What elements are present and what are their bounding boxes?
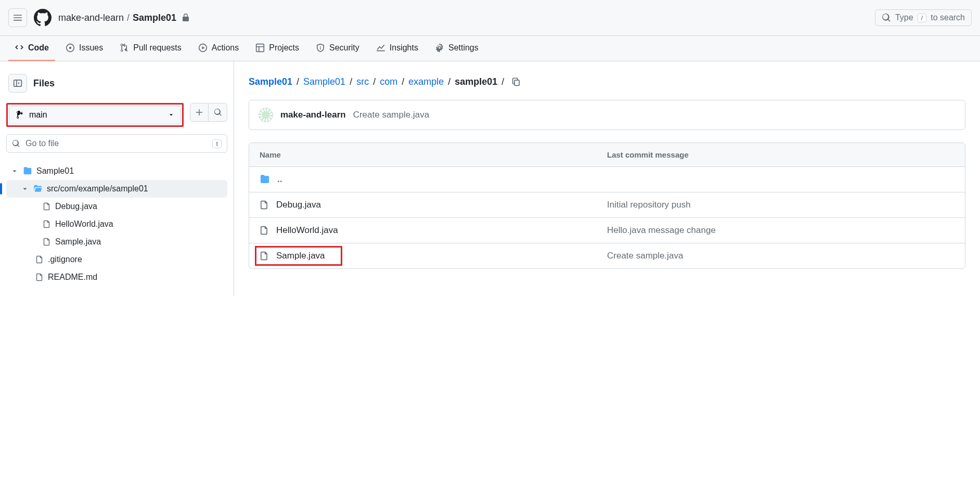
projects-icon xyxy=(255,43,265,53)
file-icon xyxy=(43,220,51,228)
search-button[interactable]: Type / to search xyxy=(875,9,972,26)
crumb-link[interactable]: example xyxy=(408,76,444,87)
tab-settings[interactable]: Settings xyxy=(429,36,485,61)
file-icon xyxy=(260,226,269,235)
file-icon xyxy=(35,255,44,264)
breadcrumb-separator: / xyxy=(127,12,130,23)
tab-insights-label: Insights xyxy=(390,43,418,53)
go-to-file-kbd: t xyxy=(212,139,222,148)
tree-label: .gitignore xyxy=(48,255,82,264)
chevron-down-icon xyxy=(22,186,28,192)
commit-message[interactable]: Create sample.java xyxy=(353,110,429,120)
crumb-current: sample01 xyxy=(455,76,497,87)
tree-label: HelloWorld.java xyxy=(55,219,113,229)
tree-file[interactable]: .gitignore xyxy=(6,251,227,268)
file-tree-sidebar: Files main xyxy=(0,61,234,296)
svg-rect-7 xyxy=(515,80,520,85)
code-icon xyxy=(15,43,24,53)
parent-label: .. xyxy=(277,174,282,185)
files-header: Files xyxy=(6,72,227,103)
github-mark-icon xyxy=(34,9,51,27)
search-kbd: / xyxy=(918,14,927,22)
tab-code-label: Code xyxy=(28,43,49,53)
file-icon xyxy=(260,251,269,261)
tab-security-label: Security xyxy=(329,43,359,53)
highlighted-file: Sample.java xyxy=(255,246,342,266)
tab-actions-label: Actions xyxy=(212,43,239,53)
table-row[interactable]: Debug.java Initial repository push xyxy=(249,192,965,218)
col-name: Name xyxy=(260,150,607,159)
tree-label: Sample.java xyxy=(55,237,101,247)
file-tree: Sample01 src/com/example/sample01 Debug.… xyxy=(6,162,227,286)
repo-link[interactable]: Sample01 xyxy=(133,12,176,23)
svg-rect-5 xyxy=(320,48,320,49)
lock-icon xyxy=(182,14,190,22)
file-table-header: Name Last commit message xyxy=(249,143,965,167)
branch-icon xyxy=(16,111,24,119)
crumb-link[interactable]: Sample01 xyxy=(303,76,345,87)
tab-pulls[interactable]: Pull requests xyxy=(113,36,188,61)
commit-msg-cell: Create sample.java xyxy=(607,251,955,261)
github-logo[interactable] xyxy=(33,8,52,27)
crumb-link[interactable]: com xyxy=(380,76,397,87)
copy-icon xyxy=(511,77,521,86)
crumb-link[interactable]: src xyxy=(356,76,369,87)
latest-commit: make-and-learn Create sample.java xyxy=(249,100,965,130)
table-row[interactable]: HelloWorld.java Hello.java message chang… xyxy=(249,218,965,243)
svg-point-1 xyxy=(69,47,72,49)
gear-icon xyxy=(435,43,444,53)
file-icon xyxy=(43,202,51,211)
repo-breadcrumb: make-and-learn / Sample01 xyxy=(58,12,190,23)
go-to-file-placeholder: Go to file xyxy=(25,139,59,148)
tree-label: Sample01 xyxy=(36,166,74,176)
tree-file[interactable]: README.md xyxy=(6,268,227,286)
plus-icon xyxy=(195,108,203,116)
search-files-button[interactable] xyxy=(209,103,227,122)
go-to-file-input[interactable]: Go to file t xyxy=(6,134,227,153)
commit-msg-cell: Hello.java message change xyxy=(607,225,955,236)
tree-file[interactable]: HelloWorld.java xyxy=(6,215,227,233)
file-icon xyxy=(43,238,51,246)
graph-icon xyxy=(376,43,385,53)
collapse-sidebar-button[interactable] xyxy=(8,74,27,93)
tab-code[interactable]: Code xyxy=(8,36,55,61)
tab-security[interactable]: Security xyxy=(310,36,366,61)
search-label-suffix: to search xyxy=(931,13,965,22)
tab-projects-label: Projects xyxy=(269,43,299,53)
commit-msg-cell: Initial repository push xyxy=(607,200,955,210)
tab-issues-label: Issues xyxy=(79,43,103,53)
branch-select[interactable]: main xyxy=(9,106,181,124)
files-title: Files xyxy=(33,78,55,89)
shield-icon xyxy=(316,43,325,53)
commit-author[interactable]: make-and-learn xyxy=(280,110,346,120)
search-icon xyxy=(214,108,222,116)
pullrequest-icon xyxy=(120,43,129,53)
tab-pulls-label: Pull requests xyxy=(133,43,182,53)
panel-icon xyxy=(13,79,22,88)
file-table: Name Last commit message .. Debug.java I… xyxy=(249,143,965,269)
file-icon xyxy=(35,273,44,281)
file-icon xyxy=(260,200,269,210)
tree-folder-root[interactable]: Sample01 xyxy=(6,162,227,180)
tab-insights[interactable]: Insights xyxy=(370,36,424,61)
tab-issues[interactable]: Issues xyxy=(59,36,109,61)
folder-icon xyxy=(260,174,270,185)
tree-file[interactable]: Debug.java xyxy=(6,198,227,215)
search-label-prefix: Type xyxy=(895,13,913,22)
crumb-link[interactable]: Sample01 xyxy=(249,76,292,87)
hamburger-button[interactable] xyxy=(8,8,27,27)
avatar[interactable] xyxy=(259,108,273,122)
svg-point-4 xyxy=(320,46,321,47)
tab-actions[interactable]: Actions xyxy=(192,36,245,61)
tree-folder-path[interactable]: src/com/example/sample01 xyxy=(6,180,227,198)
tab-projects[interactable]: Projects xyxy=(249,36,305,61)
table-row[interactable]: Sample.java Create sample.java xyxy=(249,243,965,268)
branch-highlight: main xyxy=(6,103,184,127)
main-content: Sample01/ Sample01/ src/ com/ example/ s… xyxy=(234,61,980,296)
parent-dir-row[interactable]: .. xyxy=(249,167,965,192)
add-file-button[interactable] xyxy=(190,103,209,122)
owner-link[interactable]: make-and-learn xyxy=(58,12,124,23)
repo-nav: Code Issues Pull requests Actions Projec… xyxy=(0,36,980,61)
tree-label: README.md xyxy=(48,273,97,282)
copy-path-button[interactable] xyxy=(508,74,524,89)
